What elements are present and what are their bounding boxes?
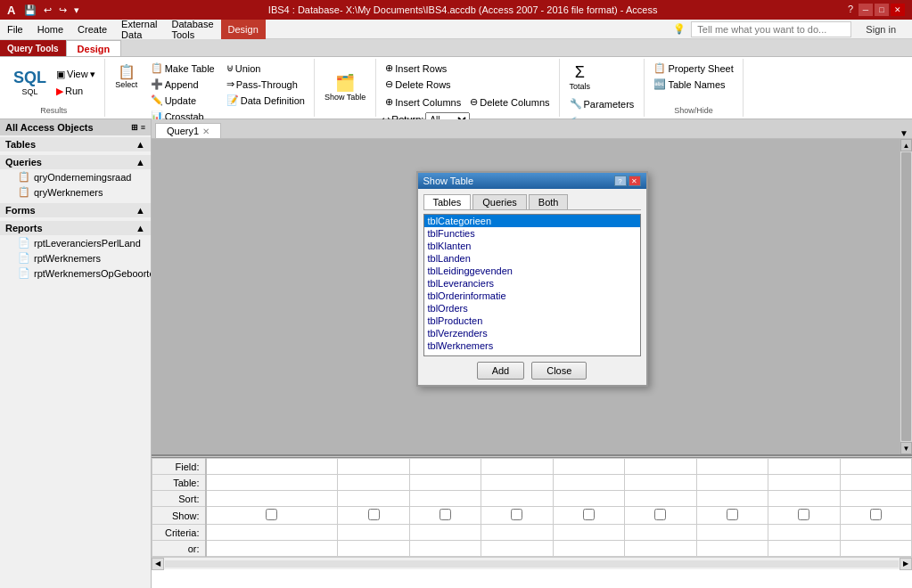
grid-cell-or-2[interactable] [338, 541, 409, 557]
modal-help-button[interactable]: ? [614, 176, 627, 186]
quick-save-icon[interactable]: 💾 [24, 4, 37, 16]
make-table-button[interactable]: 📋 Make Table [147, 61, 218, 76]
sidebar-tables-header[interactable]: Tables ▲ [0, 137, 151, 151]
show-checkbox-5[interactable] [583, 509, 595, 520]
grid-cell-field-8[interactable] [768, 459, 840, 475]
grid-cell-show-6[interactable] [625, 507, 696, 525]
grid-cell-or-8[interactable] [768, 541, 840, 557]
sidebar-header[interactable]: All Access Objects ⊞ ≡ [0, 119, 151, 135]
quick-redo-icon[interactable]: ↪ [59, 4, 67, 16]
grid-cell-criteria-9[interactable] [840, 525, 912, 541]
hscroll-track[interactable] [165, 560, 899, 568]
grid-cell-show-3[interactable] [409, 507, 481, 525]
grid-cell-field-2[interactable] [338, 459, 409, 475]
grid-cell-field-6[interactable] [625, 459, 696, 475]
quick-customize-icon[interactable]: ▾ [74, 4, 79, 16]
menu-file[interactable]: File [0, 20, 30, 39]
parameters-button[interactable]: 🔧 Parameters [565, 95, 639, 112]
grid-cell-show-5[interactable] [553, 507, 624, 525]
grid-cell-sort-7[interactable] [696, 491, 768, 507]
grid-cell-or-1[interactable] [206, 541, 338, 557]
grid-cell-table-6[interactable] [625, 475, 696, 491]
grid-cell-sort-3[interactable] [409, 491, 481, 507]
show-table-button[interactable]: 🗂️ Show Table [320, 70, 370, 104]
modal-table-listbox[interactable]: tblCategorieen tblFuncties tblKlanten tb… [423, 214, 641, 356]
grid-cell-show-7[interactable] [696, 507, 768, 525]
sidebar-item-qrywerknemers[interactable]: 📋 qryWerknemers [0, 184, 151, 200]
list-item-tblorders[interactable]: tblOrders [424, 302, 640, 314]
grid-cell-field-3[interactable] [409, 459, 481, 475]
show-checkbox-3[interactable] [440, 509, 451, 520]
grid-cell-table-9[interactable] [840, 475, 912, 491]
grid-cell-sort-8[interactable] [768, 491, 840, 507]
list-item-tblcategorieen[interactable]: tblCategorieen [424, 215, 640, 227]
list-item-tblleidinggevenden[interactable]: tblLeidinggevenden [424, 265, 640, 277]
list-item-tblproducten[interactable]: tblProducten [424, 314, 640, 327]
run-button[interactable]: ▶ Run [53, 84, 99, 99]
union-button[interactable]: ⊎ Union [223, 61, 308, 76]
show-checkbox-8[interactable] [798, 509, 809, 520]
tab-scroll-right-icon[interactable]: ▼ [900, 128, 908, 138]
append-button[interactable]: ➕ Append [147, 77, 218, 92]
grid-cell-table-7[interactable] [696, 475, 768, 491]
list-item-tblklanten[interactable]: tblKlanten [424, 240, 640, 252]
grid-cell-field-4[interactable] [481, 459, 553, 475]
grid-cell-table-5[interactable] [553, 475, 624, 491]
grid-cell-or-5[interactable] [553, 541, 624, 557]
tab-close-icon[interactable]: ✕ [202, 127, 210, 136]
list-item-tblverzenders[interactable]: tblVerzenders [424, 327, 640, 339]
grid-cell-criteria-8[interactable] [768, 525, 840, 541]
grid-cell-criteria-6[interactable] [625, 525, 696, 541]
tell-me-input[interactable] [691, 21, 851, 37]
modal-close-button[interactable]: ✕ [629, 176, 641, 186]
grid-cell-table-8[interactable] [768, 475, 840, 491]
grid-cell-table-1[interactable] [206, 475, 338, 491]
totals-button[interactable]: Σ Totals [565, 61, 596, 94]
pass-through-button[interactable]: ⇒ Pass-Through [223, 77, 308, 92]
menu-external-data[interactable]: External Data [114, 20, 164, 39]
sidebar-item-rptwerknemeropgeboortedat[interactable]: 📄 rptWerknemersOpGeboortedat... [0, 265, 151, 281]
grid-cell-or-6[interactable] [625, 541, 696, 557]
menu-design[interactable]: Design [221, 20, 266, 39]
ribbon-tab-design[interactable]: Design [66, 40, 122, 56]
grid-cell-show-9[interactable] [840, 507, 912, 525]
grid-cell-sort-2[interactable] [338, 491, 409, 507]
grid-cell-sort-1[interactable] [206, 491, 338, 507]
grid-cell-table-3[interactable] [409, 475, 481, 491]
delete-rows-button[interactable]: ⊖ Delete Rows [382, 77, 454, 92]
restore-button[interactable]: □ [875, 4, 889, 16]
close-dialog-button[interactable]: Close [531, 362, 587, 380]
grid-cell-criteria-2[interactable] [338, 525, 409, 541]
insert-columns-button[interactable]: ⊕ Insert Columns [382, 94, 464, 110]
close-button[interactable]: ✕ [891, 4, 905, 16]
grid-cell-sort-6[interactable] [625, 491, 696, 507]
show-checkbox-9[interactable] [870, 509, 882, 520]
sidebar-item-qryondernemingsraad[interactable]: 📋 qryOndernemingsraad [0, 169, 151, 184]
select-button[interactable]: 📋 Select [111, 61, 143, 92]
grid-cell-criteria-3[interactable] [409, 525, 481, 541]
show-checkbox-6[interactable] [654, 509, 666, 520]
show-checkbox-2[interactable] [368, 509, 380, 520]
grid-cell-criteria-5[interactable] [553, 525, 624, 541]
sidebar-item-rptleveranciersperlland[interactable]: 📄 rptLeveranciersPerlLand [0, 235, 151, 250]
show-checkbox-1[interactable] [266, 509, 277, 520]
modal-tab-both[interactable]: Both [529, 194, 569, 209]
tab-query1[interactable]: Query1 ✕ [155, 123, 221, 138]
grid-cell-field-9[interactable] [840, 459, 912, 475]
show-checkbox-7[interactable] [727, 509, 738, 520]
grid-cell-field-7[interactable] [696, 459, 768, 475]
sidebar-queries-header[interactable]: Queries ▲ [0, 155, 151, 169]
minimize-button[interactable]: ─ [859, 4, 873, 16]
grid-cell-criteria-7[interactable] [696, 525, 768, 541]
grid-cell-or-9[interactable] [840, 541, 912, 557]
grid-cell-table-2[interactable] [338, 475, 409, 491]
add-button[interactable]: Add [477, 362, 525, 380]
table-names-button[interactable]: 🔤 Table Names [650, 77, 728, 92]
grid-cell-sort-4[interactable] [481, 491, 553, 507]
show-checkbox-4[interactable] [511, 509, 522, 520]
list-item-tblfuncties[interactable]: tblFuncties [424, 227, 640, 240]
hscroll-right-arrow[interactable]: ▶ [900, 558, 912, 570]
update-button[interactable]: ✏️ Update [147, 93, 218, 108]
grid-cell-field-5[interactable] [553, 459, 624, 475]
grid-cell-field-1[interactable] [206, 459, 338, 475]
